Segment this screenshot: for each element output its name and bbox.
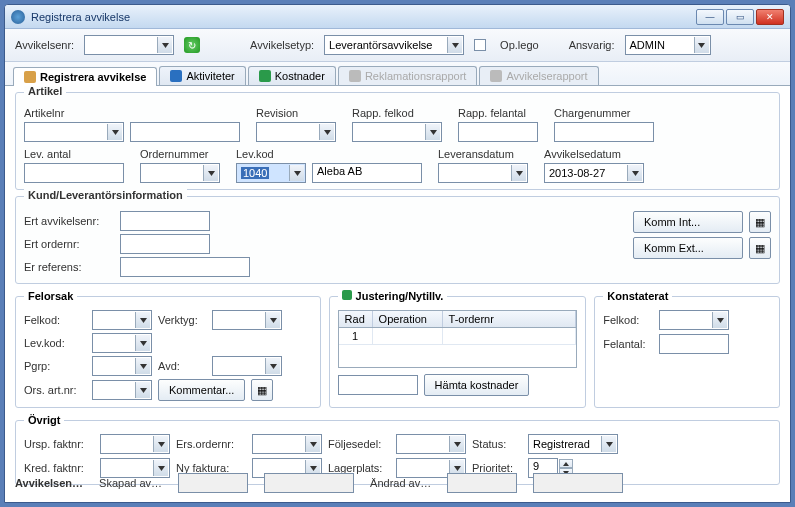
grid-col-tordernr: T-ordernr bbox=[443, 311, 577, 327]
ansvarig-combo[interactable]: ADMIN bbox=[625, 35, 711, 55]
verktyg-combo[interactable] bbox=[212, 310, 282, 330]
ursp-faktnr-combo[interactable] bbox=[100, 434, 170, 454]
grid-cell-tordernr bbox=[443, 328, 577, 345]
chevron-down-icon[interactable] bbox=[265, 358, 280, 374]
skapad-av-label: Skapad av… bbox=[99, 477, 162, 489]
kommentar-button[interactable]: Kommentar... bbox=[158, 379, 245, 401]
pgrp-combo[interactable] bbox=[92, 356, 152, 376]
ansvarig-drop-icon[interactable] bbox=[694, 37, 709, 53]
avvikelsen-label: Avvikelsen… bbox=[15, 477, 83, 489]
status-combo[interactable]: Registrerad bbox=[528, 434, 618, 454]
ers-ordernr-combo[interactable] bbox=[252, 434, 322, 454]
refresh-icon[interactable] bbox=[184, 37, 200, 53]
chevron-down-icon[interactable] bbox=[203, 165, 218, 181]
grid-col-operation: Operation bbox=[373, 311, 443, 327]
tab-registrera-icon bbox=[24, 71, 36, 83]
chevron-down-icon[interactable] bbox=[135, 382, 150, 398]
chevron-down-icon[interactable] bbox=[712, 312, 727, 328]
chevron-down-icon[interactable] bbox=[135, 312, 150, 328]
table-row[interactable]: 1 bbox=[339, 328, 577, 345]
rapp-felantal-input[interactable] bbox=[458, 122, 538, 142]
grid-cell-operation bbox=[373, 328, 443, 345]
konstaterat-group-title: Konstaterat bbox=[603, 290, 672, 302]
ors-artnr-label: Ors. art.nr: bbox=[24, 384, 86, 396]
rapp-felkod-label: Rapp. felkod bbox=[352, 107, 442, 119]
justering-grid[interactable]: Rad Operation T-ordernr 1 bbox=[338, 310, 578, 368]
revision-combo[interactable] bbox=[256, 122, 336, 142]
rapp-felantal-label: Rapp. felantal bbox=[458, 107, 538, 119]
maximize-button[interactable]: ▭ bbox=[726, 9, 754, 25]
rapp-felkod-combo[interactable] bbox=[352, 122, 442, 142]
avvikelsetyp-value: Leverantörsavvikelse bbox=[329, 39, 432, 51]
foljesedel-label: Följesedel: bbox=[328, 438, 390, 450]
komm-ext-detail-button[interactable]: ▦ bbox=[749, 237, 771, 259]
hamta-kostnader-button[interactable]: Hämta kostnader bbox=[424, 374, 530, 396]
chevron-down-icon[interactable] bbox=[449, 436, 464, 452]
oplego-checkbox[interactable] bbox=[474, 39, 486, 51]
konst-felkod-combo[interactable] bbox=[659, 310, 729, 330]
kundlev-group-title: Kund/Leverantörsinformation bbox=[24, 189, 187, 201]
avd-combo[interactable] bbox=[212, 356, 282, 376]
chevron-down-icon[interactable] bbox=[107, 124, 122, 140]
avd-label: Avd: bbox=[158, 360, 206, 372]
ansvarig-label: Ansvarig: bbox=[569, 39, 615, 51]
komm-ext-button[interactable]: Komm Ext... bbox=[633, 237, 743, 259]
er-referens-input[interactable] bbox=[120, 257, 250, 277]
ors-artnr-combo[interactable] bbox=[92, 380, 152, 400]
close-button[interactable]: ✕ bbox=[756, 9, 784, 25]
kommentar-detail-button[interactable]: ▦ bbox=[251, 379, 273, 401]
spin-up-icon[interactable] bbox=[559, 459, 573, 468]
chevron-down-icon[interactable] bbox=[153, 436, 168, 452]
ert-ordernr-input[interactable] bbox=[120, 234, 210, 254]
ordernummer-combo[interactable] bbox=[140, 163, 220, 183]
artikel-group: Artikel Artikelnr Revision Rapp. felkod bbox=[15, 92, 780, 190]
levkod-combo[interactable]: 1040 bbox=[236, 163, 306, 183]
felorsak-felkod-combo[interactable] bbox=[92, 310, 152, 330]
avvikelsetyp-drop-icon[interactable] bbox=[447, 37, 462, 53]
minimize-button[interactable]: — bbox=[696, 9, 724, 25]
grid-cell-rad: 1 bbox=[339, 328, 373, 345]
artikelnr-combo[interactable] bbox=[24, 122, 124, 142]
levkod-value: 1040 bbox=[241, 167, 269, 179]
chevron-down-icon[interactable] bbox=[319, 124, 334, 140]
konst-felantal-input[interactable] bbox=[659, 334, 729, 354]
felorsak-levkod-label: Lev.kod: bbox=[24, 337, 86, 349]
ert-avvikelsenr-input[interactable] bbox=[120, 211, 210, 231]
chevron-down-icon[interactable] bbox=[265, 312, 280, 328]
chevron-down-icon[interactable] bbox=[305, 436, 320, 452]
chevron-down-icon[interactable] bbox=[627, 165, 642, 181]
chargenummer-input[interactable] bbox=[554, 122, 654, 142]
app-icon bbox=[11, 10, 25, 24]
justering-group-title: Justering/Nytillv. bbox=[338, 290, 448, 302]
lev-antal-input[interactable] bbox=[24, 163, 124, 183]
chevron-down-icon[interactable] bbox=[135, 335, 150, 351]
avvikelsetyp-combo[interactable]: Leverantörsavvikelse bbox=[324, 35, 464, 55]
justering-sum-input[interactable] bbox=[338, 375, 418, 395]
tab-registrera[interactable]: Registrera avvikelse bbox=[13, 67, 157, 86]
felorsak-felkod-label: Felkod: bbox=[24, 314, 86, 326]
oplego-label: Op.lego bbox=[500, 39, 539, 51]
tab-reklamationsrapport: Reklamationsrapport bbox=[338, 66, 478, 85]
komm-int-button[interactable]: Komm Int... bbox=[633, 211, 743, 233]
felorsak-levkod-combo[interactable] bbox=[92, 333, 152, 353]
grid-col-rad: Rad bbox=[339, 311, 373, 327]
chevron-down-icon[interactable] bbox=[601, 436, 616, 452]
leveransdatum-combo[interactable] bbox=[438, 163, 528, 183]
avvikelsenr-combo[interactable] bbox=[84, 35, 174, 55]
artikelnr-desc[interactable] bbox=[130, 122, 240, 142]
chevron-down-icon[interactable] bbox=[135, 358, 150, 374]
chevron-down-icon[interactable] bbox=[289, 165, 304, 181]
status-label: Status: bbox=[472, 438, 522, 450]
justering-group: Justering/Nytillv. Rad Operation T-order… bbox=[329, 290, 587, 408]
skapad-av-date bbox=[264, 473, 354, 493]
foljesedel-combo[interactable] bbox=[396, 434, 466, 454]
avvikelsenr-drop-icon[interactable] bbox=[157, 37, 172, 53]
chevron-down-icon[interactable] bbox=[511, 165, 526, 181]
ers-ordernr-label: Ers.ordernr: bbox=[176, 438, 246, 450]
chevron-down-icon[interactable] bbox=[425, 124, 440, 140]
tab-kostnader-icon bbox=[259, 70, 271, 82]
tab-kostnader[interactable]: Kostnader bbox=[248, 66, 336, 85]
komm-int-detail-button[interactable]: ▦ bbox=[749, 211, 771, 233]
tab-aktiviteter[interactable]: Aktiviteter bbox=[159, 66, 245, 85]
avvikelsedatum-combo[interactable]: 2013-08-27 bbox=[544, 163, 644, 183]
